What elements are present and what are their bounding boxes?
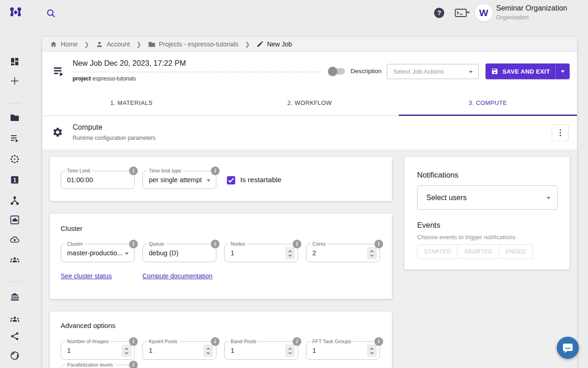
share-icon[interactable] — [10, 331, 20, 341]
time-limit-input[interactable] — [67, 172, 118, 188]
advanced-options-card: Advanced options Number of Images i Kpoi… — [50, 311, 392, 368]
cluster-card: Cluster Cluster master-productio... i Qu… — [50, 213, 392, 299]
job-title-edit-underline — [73, 72, 321, 72]
info-icon[interactable]: i — [374, 337, 383, 346]
unit-one-icon[interactable]: 1 — [10, 175, 20, 185]
info-icon[interactable]: i — [211, 240, 220, 248]
project-label: project — [73, 75, 91, 82]
team-members-icon[interactable] — [10, 255, 20, 265]
tab-materials[interactable]: 1. MATERIALS — [42, 90, 220, 115]
chevron-right-icon: ❯ — [136, 41, 141, 48]
parallelization-levels-field[interactable]: Parallelization levels i — [61, 365, 135, 368]
search-icon[interactable] — [46, 8, 56, 18]
number-of-images-field[interactable]: Number of Images i — [61, 341, 135, 360]
time-limit-type-select[interactable]: Time limit type per single attempt i — [142, 171, 216, 189]
job-title[interactable]: New Job Dec 20, 2023, 17:22 PM — [73, 59, 186, 68]
projects-folder-icon[interactable] — [10, 113, 20, 123]
nodes-stepper[interactable] — [285, 247, 295, 259]
folder-icon — [148, 40, 156, 48]
breadcrumb-project[interactable]: Projects - espresso-tutorials — [148, 40, 239, 48]
time-limit-field[interactable]: Time Limit i — [61, 171, 135, 189]
cores-field[interactable]: Cores i — [306, 244, 380, 262]
band-pools-input[interactable] — [231, 342, 281, 359]
info-icon[interactable]: i — [211, 337, 220, 346]
chat-launcher-button[interactable] — [557, 337, 579, 359]
top-bar: ? W Seminar Organization Organisation — [0, 0, 588, 26]
create-new-icon[interactable] — [10, 76, 20, 86]
info-icon[interactable]: i — [293, 337, 301, 346]
web-globe-icon[interactable] — [10, 351, 20, 361]
info-icon[interactable]: i — [211, 167, 220, 175]
band-pools-stepper[interactable] — [285, 345, 295, 357]
toggle-knob — [328, 67, 337, 76]
info-icon[interactable]: i — [129, 361, 138, 368]
chat-bubble-icon — [562, 342, 574, 354]
fft-task-groups-stepper[interactable] — [367, 345, 377, 357]
section-title: Compute — [73, 123, 102, 132]
brand-logo-icon[interactable] — [9, 6, 23, 20]
help-icon[interactable]: ? — [434, 8, 444, 18]
compute-docs-link[interactable]: Compute documentation — [142, 272, 213, 280]
chevron-right-icon: ❯ — [245, 41, 250, 48]
section-menu-button[interactable]: ⋮ — [552, 124, 569, 141]
info-icon[interactable]: i — [293, 240, 301, 248]
queue-input[interactable] — [149, 245, 199, 261]
info-icon[interactable]: i — [129, 240, 138, 248]
workflows-hub-icon[interactable] — [10, 196, 20, 206]
queue-field[interactable]: Queue i — [142, 244, 216, 262]
cores-input[interactable] — [312, 245, 363, 261]
tab-workflow[interactable]: 2. WORKFLOW — [220, 90, 399, 115]
materials-atoms-icon[interactable] — [10, 154, 20, 164]
breadcrumb-account[interactable]: Account — [96, 40, 130, 48]
chevron-down-icon — [125, 253, 129, 255]
page: { "topbar": { "org_name": "Seminar Organ… — [0, 0, 588, 368]
event-ended-button[interactable]: ENDED — [499, 244, 533, 259]
event-started-button[interactable]: STARTED — [417, 244, 458, 259]
event-toggle-group: STARTED ABORTED ENDED — [417, 244, 533, 259]
nodes-input[interactable] — [231, 245, 281, 261]
bank-icon[interactable] — [10, 292, 20, 302]
cores-stepper[interactable] — [367, 247, 377, 259]
kpoint-pools-field[interactable]: Kpoint Pools i — [142, 341, 216, 360]
jobs-list-icon[interactable] — [10, 133, 20, 144]
media-viewer-icon[interactable] — [10, 215, 20, 225]
number-of-images-stepper[interactable] — [122, 345, 131, 357]
dashboard-icon[interactable] — [10, 57, 20, 67]
chevron-down-icon — [561, 70, 565, 73]
compute-form-body: Time Limit i Time limit type per single … — [42, 150, 577, 368]
fft-task-groups-input[interactable] — [312, 342, 363, 359]
collaborators-icon[interactable] — [10, 314, 20, 324]
cluster-status-link[interactable]: See cluster status — [61, 272, 112, 280]
runtime-card: Time Limit i Time limit type per single … — [50, 157, 392, 201]
notifications-title: Notifications — [417, 171, 458, 179]
number-of-images-input[interactable] — [67, 342, 118, 359]
select-users-dropdown[interactable]: Select users — [417, 185, 558, 210]
save-options-dropdown-button[interactable] — [555, 63, 570, 79]
save-and-exit-button[interactable]: SAVE AND EXIT — [486, 63, 555, 79]
console-icon[interactable] — [455, 9, 470, 17]
kpoint-pools-input[interactable] — [149, 342, 199, 359]
breadcrumb-current: New Job — [256, 40, 292, 48]
cloud-upload-icon[interactable] — [10, 235, 20, 245]
tab-workflow-label: 2. WORKFLOW — [288, 99, 332, 106]
job-actions-select[interactable]: Select Job Actions — [387, 64, 479, 79]
sidebar-divider — [9, 103, 20, 104]
fft-task-groups-field[interactable]: FFT Task Groups i — [306, 341, 380, 360]
info-icon[interactable]: i — [129, 167, 138, 175]
kpoint-pools-stepper[interactable] — [204, 345, 213, 357]
user-avatar[interactable]: W — [475, 4, 492, 22]
event-aborted-button[interactable]: ABORTED — [458, 244, 499, 259]
save-icon — [491, 68, 498, 75]
job-project: project espresso-tutorials — [73, 75, 136, 82]
band-pools-field[interactable]: Band Pools i — [224, 341, 298, 360]
is-restartable-checkbox[interactable] — [227, 176, 235, 184]
tab-compute[interactable]: 3. COMPUTE — [399, 90, 577, 115]
person-icon — [96, 40, 103, 48]
nodes-field[interactable]: Nodes i — [224, 244, 298, 262]
description-toggle[interactable] — [329, 68, 345, 75]
home-icon — [50, 40, 57, 48]
info-icon[interactable]: i — [129, 337, 138, 346]
breadcrumb-home[interactable]: Home — [50, 40, 78, 48]
cluster-select[interactable]: Cluster master-productio... i — [61, 244, 135, 262]
info-icon[interactable]: i — [374, 240, 383, 248]
